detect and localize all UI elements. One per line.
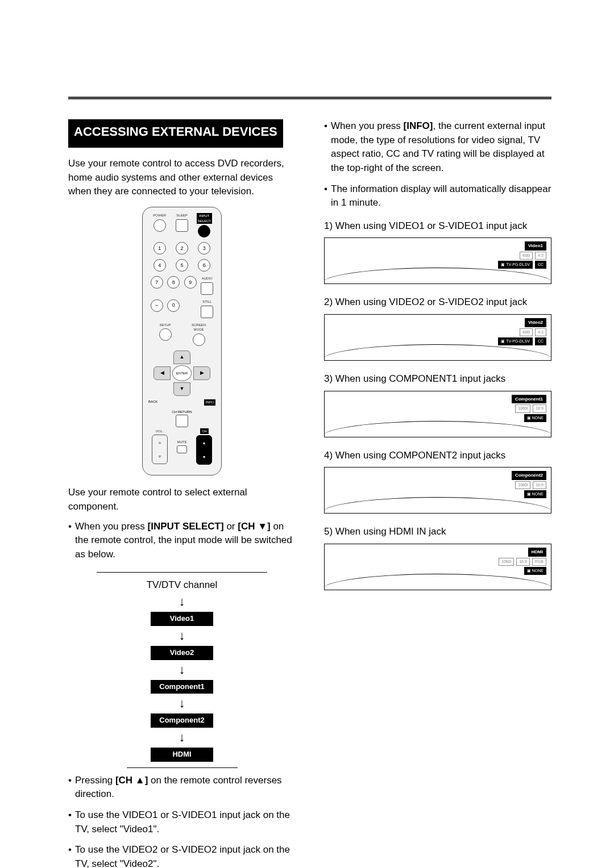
- example-caption: 3) When using COMPONENT1 input jacks: [324, 372, 551, 386]
- osd-badge: 1080i: [499, 558, 514, 566]
- power-label: POWER: [153, 213, 166, 218]
- down-arrow-icon: ↓: [97, 661, 267, 679]
- key-5: 5: [176, 259, 188, 272]
- right-column: When you press [INFO], the current exter…: [324, 119, 551, 868]
- flow-top: TV/DTV channel: [97, 578, 267, 592]
- key-3: 3: [198, 242, 210, 254]
- key-0: 0: [167, 299, 180, 312]
- back-label: BACK: [148, 399, 157, 406]
- osd-badge: CC: [535, 261, 546, 269]
- flow-hdmi: HDMI: [151, 748, 213, 762]
- osd-badge: RGB: [532, 558, 546, 566]
- ch-label: CH: [200, 428, 209, 435]
- sleep-button: [176, 219, 188, 232]
- mute-button: [177, 445, 187, 453]
- remote-illustration: POWER SLEEP INPUT SELECT 123 456 789 AUD…: [142, 207, 222, 476]
- still-button: [201, 306, 213, 318]
- screen-label: SCREEN MODE: [192, 323, 206, 332]
- example-caption: 4) When using COMPONENT2 input jacks: [324, 449, 551, 463]
- dpad: ▲▼◀▶ ENTER: [154, 350, 210, 396]
- select-text: Use your remote control to select extern…: [68, 486, 296, 514]
- vol-label: VOL.: [156, 429, 164, 434]
- example-caption: 2) When using VIDEO2 or S-VIDEO2 input j…: [324, 295, 551, 310]
- screen-illustration: HDMI1080i16:9RGB▣ NONE: [324, 544, 551, 590]
- input-select-button: [198, 225, 210, 237]
- setup-button: [159, 328, 172, 341]
- osd-label: Video1: [525, 241, 546, 251]
- flow-video1: Video1: [151, 612, 213, 626]
- osd-badge: ▣ TV-PG-DLSV: [498, 261, 532, 269]
- key-4: 4: [154, 259, 166, 272]
- section-title: ACCESSING EXTERNAL DEVICES: [68, 119, 283, 148]
- left-column: ACCESSING EXTERNAL DEVICES Use your remo…: [68, 119, 296, 868]
- osd-label: Component1: [512, 395, 546, 404]
- osd-badge: ▣ TV-PG-DLSV: [498, 337, 532, 345]
- osd-badge: 480i: [520, 252, 533, 260]
- page: ACCESSING EXTERNAL DEVICES Use your remo…: [0, 0, 614, 868]
- osd-badge: 4:3: [535, 328, 546, 336]
- info-label: INFO: [204, 399, 215, 406]
- input-label: INPUT SELECT: [197, 213, 212, 224]
- list-item: The information display will automatical…: [324, 182, 551, 210]
- list-item: When you press [INFO], the current exter…: [324, 119, 551, 176]
- osd-badge: 1080i: [515, 481, 530, 489]
- key-9: 9: [184, 276, 197, 289]
- osd-badge: 16:9: [533, 404, 546, 412]
- list-item: To use the VIDEO2 or S-VIDEO2 input jack…: [68, 843, 296, 868]
- example-caption: 1) When using VIDEO1 or S-VIDEO1 input j…: [324, 219, 551, 233]
- power-button: [154, 219, 166, 232]
- osd-badge: 480i: [520, 328, 533, 336]
- down-arrow-icon: ↓: [97, 728, 267, 746]
- mute-label: MUTE: [177, 440, 186, 445]
- sleep-label: SLEEP: [176, 213, 187, 218]
- flow-video2: Video2: [151, 646, 213, 660]
- list-item: To use the VIDEO1 or S-VIDEO1 input jack…: [68, 808, 296, 836]
- key-6: 6: [198, 259, 210, 272]
- flow-component2: Component2: [151, 713, 213, 728]
- flow-diagram: TV/DTV channel ↓ Video1 ↓ Video2 ↓ Compo…: [97, 572, 267, 768]
- screen-illustration: Component21080i16:9▣ NONE: [324, 467, 551, 514]
- still-label: STILL: [202, 299, 211, 304]
- osd-label: Video2: [525, 318, 546, 327]
- osd-badge: 4:3: [535, 252, 546, 260]
- audio-label: AUDIO: [202, 276, 213, 281]
- osd-badge: 1080i: [515, 404, 530, 412]
- chreturn-button: [176, 415, 188, 427]
- osd-badge: ▣ NONE: [524, 414, 546, 422]
- key-1: 1: [154, 242, 166, 254]
- down-arrow-icon: ↓: [97, 694, 267, 712]
- osd-label: HDMI: [528, 548, 546, 557]
- flow-component1: Component1: [151, 680, 213, 694]
- osd-badge: ▣ NONE: [524, 567, 546, 575]
- down-arrow-icon: ↓: [97, 592, 267, 611]
- osd-badge: 16:9: [533, 481, 546, 489]
- key-2: 2: [176, 242, 188, 254]
- key-dash: –: [151, 299, 163, 312]
- screen-button: [193, 333, 205, 346]
- example-caption: 5) When using HDMI IN jack: [324, 525, 551, 539]
- key-8: 8: [167, 276, 180, 289]
- setup-label: SETUP: [159, 323, 171, 328]
- osd-label: Component2: [512, 471, 546, 480]
- screen-illustration: Video2480i4:3▣ TV-PG-DLSVCC: [324, 314, 551, 361]
- screen-illustration: Component11080i16:9▣ NONE: [324, 391, 551, 437]
- list-item: When you press [INPUT SELECT] or [CH ▼] …: [68, 520, 296, 562]
- list-item: Pressing [CH ▲] on the remote control re…: [68, 774, 296, 802]
- audio-button: [201, 282, 213, 295]
- intro-text: Use your remote control to access DVD re…: [68, 157, 296, 199]
- osd-badge: CC: [535, 337, 546, 345]
- enter-button: ENTER: [172, 365, 192, 381]
- down-arrow-icon: ↓: [97, 627, 267, 645]
- chreturn-label: CH RETURN: [148, 410, 215, 414]
- key-7: 7: [151, 276, 163, 289]
- osd-badge: ▣ NONE: [524, 490, 546, 498]
- screen-illustration: Video1480i4:3▣ TV-PG-DLSVCC: [324, 237, 551, 284]
- osd-badge: 16:9: [516, 558, 530, 566]
